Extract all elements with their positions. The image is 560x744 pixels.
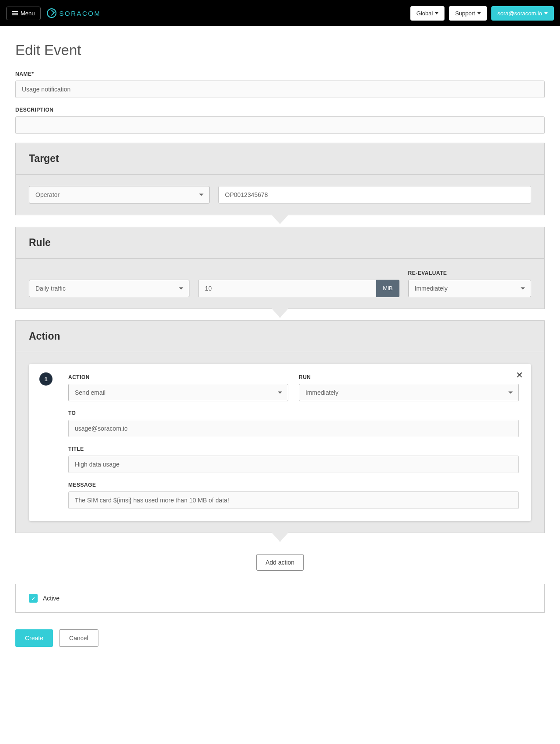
close-icon[interactable]: ✕: [516, 370, 523, 380]
create-button[interactable]: Create: [15, 629, 53, 647]
title-input[interactable]: [68, 456, 519, 473]
run-label: RUN: [299, 374, 519, 380]
target-heading: Target: [29, 153, 531, 165]
reevaluate-label: RE-EVALUATE: [408, 270, 531, 276]
logo-icon: [47, 8, 56, 18]
action-panel: Action 1 ✕ ACTION Send email: [15, 320, 545, 533]
reevaluate-select[interactable]: Immediately: [408, 280, 531, 297]
action-number-badge: 1: [39, 372, 52, 386]
description-input[interactable]: [15, 116, 545, 134]
target-id-field: OP0012345678: [218, 186, 531, 204]
connector-icon: [15, 309, 545, 320]
run-select[interactable]: Immediately: [299, 384, 519, 401]
support-dropdown[interactable]: Support: [449, 6, 487, 21]
name-input[interactable]: [15, 81, 545, 98]
brand-text: SORACOM: [60, 10, 101, 17]
rule-value-input[interactable]: [198, 280, 376, 297]
action-type-label: ACTION: [68, 374, 288, 380]
add-action-button[interactable]: Add action: [256, 554, 304, 571]
rule-type-select[interactable]: Daily traffic: [29, 280, 189, 297]
user-dropdown[interactable]: sora@soracom.io: [491, 6, 554, 21]
status-panel: ✓ Active: [15, 584, 545, 613]
action-type-select[interactable]: Send email: [68, 384, 288, 401]
target-panel: Target Operator OP0012345678: [15, 143, 545, 215]
action-heading: Action: [29, 330, 531, 342]
menu-label: Menu: [21, 10, 35, 17]
rule-panel: Rule Daily traffic MiB RE-EVALUATE: [15, 227, 545, 309]
page-title: Edit Event: [15, 42, 545, 59]
chevron-down-icon: [544, 12, 548, 14]
rule-heading: Rule: [29, 237, 531, 249]
active-checkbox[interactable]: ✓: [29, 594, 38, 603]
chevron-down-icon: [435, 12, 438, 14]
description-label: DESCRIPTION: [15, 107, 545, 113]
message-label: MESSAGE: [68, 482, 519, 488]
cancel-button[interactable]: Cancel: [59, 629, 98, 647]
name-label: NAME*: [15, 71, 545, 77]
active-label: Active: [43, 595, 60, 602]
connector-icon: [15, 533, 545, 544]
connector-icon: [15, 215, 545, 227]
menu-button[interactable]: Menu: [6, 7, 41, 20]
hamburger-icon: [12, 11, 18, 15]
to-input[interactable]: [68, 420, 519, 437]
unit-addon: MiB: [376, 280, 399, 297]
brand-logo[interactable]: SORACOM: [47, 8, 101, 18]
navbar: Menu SORACOM Global Support sora@soracom…: [0, 0, 560, 26]
message-input[interactable]: [68, 491, 519, 509]
title-label: TITLE: [68, 446, 519, 452]
target-type-select[interactable]: Operator: [29, 186, 210, 204]
action-card: 1 ✕ ACTION Send email RUN: [29, 364, 531, 521]
to-label: TO: [68, 410, 519, 416]
chevron-down-icon: [477, 12, 481, 14]
global-dropdown[interactable]: Global: [410, 6, 445, 21]
